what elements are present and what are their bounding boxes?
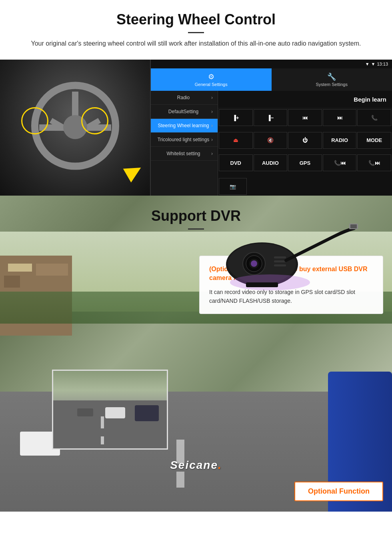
menu-item-default[interactable]: DefaultSetting › xyxy=(151,105,218,119)
menu-item-steering[interactable]: Steering Wheel learning › xyxy=(151,119,218,133)
audio-button[interactable]: AUDIO xyxy=(254,154,288,171)
dvd-button[interactable]: DVD xyxy=(219,154,253,171)
phone-next-button[interactable]: 📞⏭ xyxy=(357,154,391,171)
svg-rect-5 xyxy=(274,256,286,258)
time-display: 13:13 xyxy=(377,62,388,66)
menu-default-chevron: › xyxy=(211,109,213,114)
tab-general-settings[interactable]: ⚙ General Settings xyxy=(151,68,272,91)
menu-item-radio[interactable]: Radio › xyxy=(151,91,218,105)
vol-up-button[interactable]: ▐+ xyxy=(219,109,253,126)
phone-prev-icon: 📞⏮ xyxy=(334,160,346,166)
mute-button[interactable]: 🔇 xyxy=(254,132,288,149)
settings-menu: Radio › DefaultSetting › Steering Wheel … xyxy=(151,91,218,196)
next-track-button[interactable]: ⏭ xyxy=(323,109,357,126)
begin-learn-button[interactable]: Begin learn xyxy=(354,96,386,103)
svg-rect-7 xyxy=(274,264,286,266)
svg-rect-11 xyxy=(246,282,278,287)
svg-rect-9 xyxy=(350,224,357,228)
menu-whitelist-chevron: › xyxy=(211,151,213,156)
menu-steering-label: Steering Wheel learning xyxy=(156,123,211,128)
svg-point-12 xyxy=(251,260,257,267)
signal-icon: ▼ xyxy=(365,62,370,66)
phone-next-icon: 📞⏭ xyxy=(368,160,380,166)
steering-section-header: Steering Wheel Control Your original car… xyxy=(0,0,392,60)
menu-radio-chevron: › xyxy=(211,95,213,100)
status-bar: ▼ ▼ 13:13 xyxy=(151,60,392,68)
prev-track-button[interactable]: ⏮ xyxy=(288,109,322,126)
audio-label: AUDIO xyxy=(262,160,279,166)
svg-rect-6 xyxy=(274,260,286,262)
seicane-dot: . xyxy=(218,459,222,471)
tab-system-label: System Settings xyxy=(316,82,348,87)
steering-highlight-right xyxy=(81,107,108,134)
gps-label: GPS xyxy=(300,160,310,166)
dvr-info-card: (Optional function, require to buy exter… xyxy=(199,256,383,314)
android-ui-panel: ▼ ▼ 13:13 ⚙ General Settings 🔧 System Se… xyxy=(150,60,392,196)
status-icons: ▼ ▼ 13:13 xyxy=(365,62,388,66)
dvr-road-scene xyxy=(53,371,167,448)
seicane-brand: Seicane. xyxy=(170,459,222,472)
phone-answer-button[interactable]: 📞 xyxy=(357,109,391,126)
menu-steering-chevron: › xyxy=(211,123,213,128)
dvr-icon: 📷 xyxy=(230,184,236,190)
phone-answer-icon: 📞 xyxy=(371,115,378,121)
hang-up-icon: ⏏ xyxy=(233,137,238,143)
steering-demo-block: ▼ ▼ 13:13 ⚙ General Settings 🔧 System Se… xyxy=(0,60,392,196)
dvr-icon-button[interactable]: 📷 xyxy=(219,178,247,195)
seicane-text: Seicane xyxy=(170,459,218,471)
extra-btn-row: 📷 xyxy=(218,177,392,196)
menu-item-tricoloured[interactable]: Tricoloured light settings › xyxy=(151,133,218,147)
dvd-label: DVD xyxy=(230,160,241,166)
dvr-camera-illustration xyxy=(190,218,374,302)
menu-area: Radio › DefaultSetting › Steering Wheel … xyxy=(151,91,392,196)
dvr-preview-image xyxy=(52,370,168,450)
steering-title: Steering Wheel Control xyxy=(24,11,368,28)
steering-subtitle: Your original car's steering wheel contr… xyxy=(24,39,368,48)
hang-up-button[interactable]: ⏏ xyxy=(219,132,253,149)
tab-general-label: General Settings xyxy=(195,82,228,87)
steering-control-grid: ▐+ ▐− ⏮ ⏭ 📞 ⏏ xyxy=(218,108,392,177)
radio-button[interactable]: RADIO xyxy=(323,132,357,149)
general-settings-icon: ⚙ xyxy=(208,72,214,81)
dvr-camera-svg xyxy=(206,220,358,300)
radio-label: RADIO xyxy=(331,137,348,143)
mode-label: MODE xyxy=(366,137,382,143)
vol-up-icon: ▐+ xyxy=(232,115,239,121)
steering-highlight-left xyxy=(21,107,48,134)
menu-tricoloured-label: Tricoloured light settings xyxy=(156,137,211,142)
title-divider xyxy=(188,32,204,33)
dvr-section: Support DVR Seicane. (Optional function,… xyxy=(0,196,392,512)
tab-system-settings[interactable]: 🔧 System Settings xyxy=(272,68,392,91)
steering-arrow-icon xyxy=(123,161,145,183)
steering-learn-panel: Begin learn ▐+ ▐− ⏮ ⏭ xyxy=(218,91,392,196)
optional-function-button[interactable]: Optional Function xyxy=(294,482,383,501)
power-icon: ⏻ xyxy=(302,137,308,143)
mode-button[interactable]: MODE xyxy=(357,132,391,149)
menu-whitelist-label: Whitelist setting xyxy=(156,151,211,156)
steering-wheel-image xyxy=(0,60,150,196)
wifi-icon: ▼ xyxy=(371,62,376,66)
menu-item-whitelist[interactable]: Whitelist setting › xyxy=(151,147,218,161)
next-track-icon: ⏭ xyxy=(337,115,342,121)
begin-learn-row: Begin learn xyxy=(218,91,392,108)
system-settings-icon: 🔧 xyxy=(327,72,336,81)
phone-prev-button[interactable]: 📞⏮ xyxy=(323,154,357,171)
menu-radio-label: Radio xyxy=(156,95,211,100)
mute-icon: 🔇 xyxy=(267,137,274,143)
menu-tricoloured-chevron: › xyxy=(211,137,213,142)
menu-default-label: DefaultSetting xyxy=(156,109,211,114)
top-tabs: ⚙ General Settings 🔧 System Settings xyxy=(151,68,392,91)
gps-button[interactable]: GPS xyxy=(288,154,322,171)
prev-track-icon: ⏮ xyxy=(302,115,308,121)
power-button[interactable]: ⏻ xyxy=(288,132,322,149)
vol-down-icon: ▐− xyxy=(267,115,274,121)
vol-down-button[interactable]: ▐− xyxy=(254,109,288,126)
